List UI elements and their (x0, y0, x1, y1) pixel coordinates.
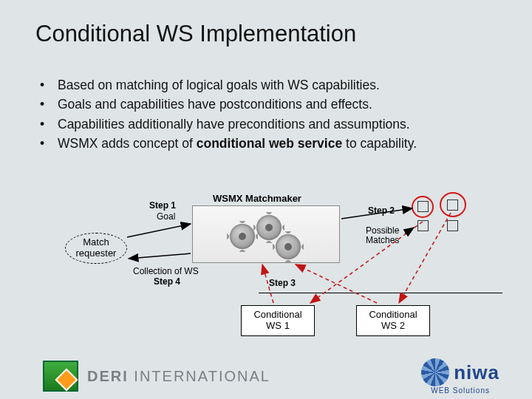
collection-label: Collection of WS (133, 266, 199, 276)
gears-icon (192, 205, 340, 263)
niwa-swirl-icon (421, 358, 449, 386)
goal-label: Goal (157, 211, 175, 222)
bullet-item: WSMX adds concept of conditional web ser… (40, 134, 532, 153)
deri-text: DERI INTERNATIONAL (87, 368, 270, 385)
conditional-ws2-box: ConditionalWS 2 (356, 305, 430, 336)
svg-line-0 (127, 224, 191, 237)
page-title: Conditional WS Implementation (0, 0, 532, 47)
bullet-item: Capabilities additionally have precondit… (40, 115, 532, 134)
step2-label: Step 2 (368, 205, 395, 216)
match-highlight-circle (412, 196, 434, 218)
possible-matches-label: PossibleMatches (366, 226, 399, 245)
step3-label: Step 3 (269, 278, 296, 288)
svg-line-7 (405, 228, 414, 233)
bullet-item: Based on matching of logical goals with … (40, 75, 532, 95)
match-square (447, 220, 458, 231)
niwa-logo: niwa WEB Solutions (421, 358, 499, 395)
match-requester: Matchrequester (65, 233, 127, 264)
svg-line-2 (129, 253, 191, 259)
bullet-list: Based on matching of logical goals with … (0, 47, 532, 153)
step1-label: Step 1 (149, 200, 176, 211)
step4-label: Step 4 (154, 276, 180, 287)
footer: DERI INTERNATIONAL niwa WEB Solutions (0, 353, 532, 399)
match-highlight-circle (440, 192, 466, 217)
conditional-ws1-box: ConditionalWS 1 (241, 305, 315, 336)
diagram: Matchrequester Step 1 Goal WSMX Matchmak… (0, 191, 532, 338)
svg-line-4 (296, 265, 377, 303)
matchmaker-label: WSMX Matchmaker (213, 193, 301, 204)
deri-logo-icon (43, 361, 78, 392)
bullet-item: Goals and capabilities have postconditio… (40, 95, 532, 114)
divider-line (259, 293, 502, 293)
match-square (417, 220, 429, 231)
